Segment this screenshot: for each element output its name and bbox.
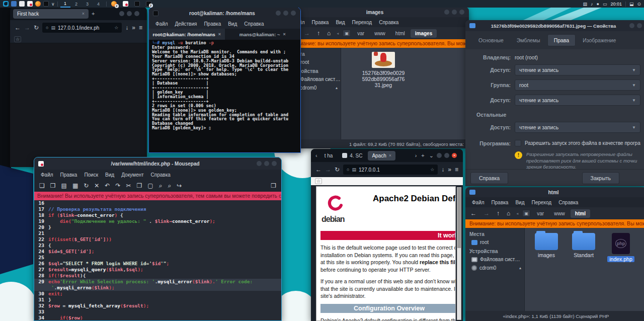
tab-scroll-right-icon[interactable]: › xyxy=(414,152,419,158)
save-icon[interactable]: ▤ xyxy=(61,182,67,189)
file-item-jpeg[interactable]: 15276b3f09e0029592db899056af7631.jpeg xyxy=(359,52,408,88)
maximize-button[interactable] xyxy=(127,11,132,16)
overflow-menu-icon[interactable]: » xyxy=(132,24,135,31)
permission-dropdown[interactable]: чтение и запись▼ xyxy=(515,122,640,133)
menu-item[interactable]: Правка xyxy=(308,19,333,26)
tab-close-icon[interactable]: × xyxy=(218,32,221,37)
downloads-icon[interactable]: ↓ xyxy=(441,166,444,173)
allow-execute-checkbox[interactable] xyxy=(515,140,521,146)
title-bar[interactable]: html xyxy=(465,187,644,197)
menu-item[interactable]: Вид xyxy=(224,20,240,28)
minimize-button[interactable] xyxy=(444,10,449,15)
menu-item[interactable]: Документ xyxy=(118,171,147,179)
reload-icon[interactable]: ↻ xyxy=(34,24,39,31)
back-icon[interactable]: ← xyxy=(468,210,478,217)
breadcrumb-item-var[interactable]: var xyxy=(353,29,369,38)
workspace-button-2[interactable]: 2 xyxy=(71,1,82,7)
tab-scroll-left-icon[interactable]: ‹ xyxy=(314,152,319,158)
task-firefox[interactable]: 2 xyxy=(111,1,117,7)
sidebar-item-root[interactable]: root xyxy=(465,238,524,247)
reload-icon[interactable]: ↻ xyxy=(335,166,340,173)
mousepad-launcher-icon[interactable] xyxy=(27,1,33,7)
file-manager-launcher-icon[interactable] xyxy=(19,1,25,7)
find-replace-icon[interactable]: ⌕ xyxy=(168,182,171,189)
breadcrumb-item-www[interactable]: www xyxy=(370,29,390,38)
go-to-icon[interactable]: ↪ xyxy=(177,182,182,189)
breadcrumb-item-www[interactable]: www xyxy=(549,209,570,218)
maximize-button[interactable] xyxy=(444,153,449,158)
tab-close-icon[interactable]: × xyxy=(283,32,286,37)
close-button[interactable]: × xyxy=(452,153,457,158)
clipboard-icon[interactable]: ▤ xyxy=(583,2,587,7)
sidebar-item-cdrom0[interactable]: cdrom0▴ xyxy=(465,264,524,272)
forward-icon[interactable]: → xyxy=(325,166,331,173)
terminal-tab[interactable]: mans@kaliman: ~× xyxy=(225,29,301,40)
permission-dropdown[interactable]: чтение и запись▼ xyxy=(515,95,640,106)
browser-tab[interactable]: First hack × xyxy=(13,9,89,19)
save-as-icon[interactable]: ▦ xyxy=(72,182,78,189)
downloads-icon[interactable]: ↓ xyxy=(125,24,128,31)
menu-item[interactable]: Вид xyxy=(512,199,528,206)
new-tab-button[interactable]: + xyxy=(420,152,426,158)
task-mousepad[interactable] xyxy=(123,1,128,7)
menu-item[interactable]: Справка xyxy=(555,199,582,206)
url-bar[interactable]: ○ ▤ 127.0.0.1 ☆ xyxy=(343,165,438,175)
menu-item[interactable]: Правка xyxy=(57,171,81,179)
bookmark-star-icon[interactable]: ☆ xyxy=(430,167,434,172)
menu-item[interactable]: Справка xyxy=(147,171,174,179)
page-info-icon[interactable]: ▤ xyxy=(352,167,357,172)
paste-icon[interactable]: ▢ xyxy=(147,182,153,189)
task-file-manager[interactable]: 2 xyxy=(146,1,151,7)
home-icon[interactable]: ⌂ xyxy=(325,30,333,37)
import-bookmarks-icon[interactable]: ☆ xyxy=(315,178,322,184)
menu-item[interactable]: Переход xyxy=(348,19,375,26)
menu-item[interactable]: Действия xyxy=(172,20,201,28)
open-icon[interactable]: ❒ xyxy=(50,182,56,189)
workspace-button-1[interactable]: 1 xyxy=(60,1,70,8)
find-icon[interactable]: ⌕ xyxy=(159,182,163,189)
back-icon[interactable]: ← xyxy=(315,166,321,173)
title-bar[interactable]: images xyxy=(286,7,469,17)
file-item-Standart[interactable]: Standart xyxy=(568,233,599,258)
tab-list-icon[interactable]: ⌄ xyxy=(428,152,435,159)
shield-icon[interactable]: ○ xyxy=(347,167,349,172)
menu-item[interactable]: Справка xyxy=(240,20,267,28)
forward-icon[interactable]: → xyxy=(302,30,312,37)
forward-icon[interactable]: → xyxy=(481,210,492,217)
scrollbar[interactable] xyxy=(457,187,461,320)
maximize-button[interactable] xyxy=(452,10,457,15)
terminal-tab[interactable]: root@kaliman: /home/mans× xyxy=(149,29,225,40)
file-item-index.php[interactable]: phpindex.php xyxy=(605,233,636,262)
undo-icon[interactable]: ↶ xyxy=(105,182,110,189)
breadcrumb-item-html[interactable]: html xyxy=(571,209,590,218)
menu-item[interactable]: Вид xyxy=(102,171,118,179)
minimize-button[interactable] xyxy=(257,161,262,166)
permission-dropdown[interactable]: root▼ xyxy=(515,79,640,91)
crumb-scroll-left-icon[interactable]: ◂ xyxy=(335,31,341,36)
tab-Эмблемы[interactable]: Эмблемы xyxy=(511,35,546,46)
title-bar[interactable]: root@kaliman: /home/mans xyxy=(149,8,300,19)
browser-tab[interactable]: 4. SC xyxy=(338,151,366,160)
power-icon[interactable]: ⊙ xyxy=(637,2,641,7)
close-button[interactable] xyxy=(134,11,139,16)
minimize-button[interactable] xyxy=(276,11,281,16)
title-bar[interactable]: 15276b3f09e0029592db899056af7631.jpeg — … xyxy=(465,20,644,31)
breadcrumb-item-html[interactable]: html xyxy=(391,29,410,38)
clock[interactable]: 20:01 xyxy=(610,2,622,7)
display-icon[interactable]: ▭ xyxy=(603,2,607,7)
fullscreen-icon[interactable]: ❒ xyxy=(271,182,276,189)
updates-icon[interactable]: ⬓ xyxy=(629,2,634,7)
close-button[interactable] xyxy=(459,10,464,15)
minimize-button[interactable] xyxy=(119,11,124,16)
show-desktop-icon[interactable] xyxy=(11,1,17,7)
tab-close-icon[interactable]: × xyxy=(82,11,85,16)
help-button[interactable]: Справка xyxy=(470,172,508,184)
overflow-menu-icon[interactable]: » xyxy=(448,166,451,173)
tab-Права[interactable]: Права xyxy=(547,34,576,46)
breadcrumb-item-images[interactable]: images xyxy=(411,29,437,38)
close-button[interactable] xyxy=(291,11,296,16)
terminal-output[interactable]: └─# mysql -u buratino -pEnter password: … xyxy=(152,41,299,151)
firefox-launcher-icon[interactable] xyxy=(35,1,41,7)
close-button[interactable] xyxy=(272,161,277,166)
code-editor[interactable]: 1617// Проверка результата подключения18… xyxy=(34,200,281,320)
